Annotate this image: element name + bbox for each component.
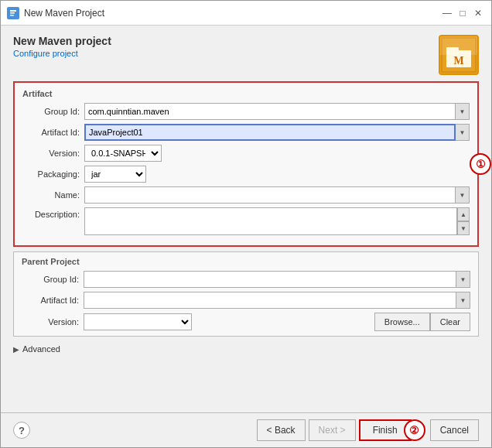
parent-artifact-id-dropdown[interactable]: ▼ [456, 292, 470, 309]
description-row: Description: ▲ ▼ [22, 207, 470, 235]
parent-group-id-dropdown[interactable]: ▼ [456, 271, 470, 288]
clear-button[interactable]: Clear [430, 313, 470, 331]
window-title: New Maven Project [24, 8, 436, 19]
artifact-id-row: Artifact Id: ▼ [22, 124, 470, 141]
svg-rect-3 [10, 15, 14, 16]
svg-rect-7 [446, 47, 459, 52]
help-button[interactable]: ? [13, 422, 30, 439]
minimize-button[interactable]: — [440, 6, 454, 20]
parent-section: Parent Project Group Id: ▼ Artifact Id: … [13, 251, 479, 337]
parent-artifact-id-row: Artifact Id: ▼ [22, 292, 470, 309]
page-title: New Maven project [13, 35, 439, 47]
scroll-down-btn[interactable]: ▼ [457, 221, 470, 235]
parent-section-label: Parent Project [22, 257, 470, 266]
parent-group-id-container: ▼ [84, 271, 470, 288]
window-controls: — □ ✕ [440, 6, 485, 20]
description-scrollbar: ▲ ▼ [457, 207, 470, 235]
content-area: New Maven project Configure project M Ar… [1, 26, 491, 412]
bottom-bar: ? < Back Next > Finish ② Cancel [1, 412, 491, 447]
artifact-id-label: Artifact Id: [22, 128, 84, 137]
parent-artifact-id-input[interactable] [84, 292, 456, 309]
artifact-id-container: ▼ [84, 124, 470, 141]
artifact-id-dropdown[interactable]: ▼ [456, 124, 470, 141]
name-input[interactable] [84, 186, 456, 203]
badge-1: ① [470, 153, 491, 175]
svg-rect-2 [10, 12, 15, 14]
description-label: Description: [22, 210, 84, 219]
svg-text:M: M [453, 55, 463, 67]
version-row: Version: 0.0.1-SNAPSHOT [22, 145, 470, 162]
maven-logo: M [439, 35, 479, 75]
parent-version-row: Version: Browse... Clear [22, 313, 470, 331]
artifact-section: Artifact Group Id: ▼ Artifact Id: ▼ Ver [13, 81, 479, 247]
group-id-input[interactable] [84, 103, 456, 120]
description-input[interactable] [84, 207, 457, 235]
main-window: New Maven Project — □ ✕ New Maven projec… [0, 0, 492, 448]
description-container: ▲ ▼ [84, 207, 470, 235]
packaging-select[interactable]: jar war pom [84, 166, 146, 183]
name-dropdown[interactable]: ▼ [456, 186, 470, 203]
header-text: New Maven project Configure project [13, 35, 439, 66]
artifact-id-input[interactable] [84, 124, 456, 141]
packaging-label: Packaging: [22, 169, 84, 179]
name-label: Name: [22, 190, 84, 200]
badge-2: ② [404, 419, 425, 441]
browse-button[interactable]: Browse... [374, 313, 430, 331]
version-label: Version: [22, 149, 84, 158]
maximize-button[interactable]: □ [456, 6, 470, 20]
version-select[interactable]: 0.0.1-SNAPSHOT [84, 145, 162, 162]
packaging-row: Packaging: jar war pom [22, 166, 470, 183]
back-button[interactable]: < Back [257, 419, 306, 441]
page-header: New Maven project Configure project M [13, 35, 479, 75]
parent-version-select[interactable] [84, 313, 192, 330]
group-id-row: Group Id: ▼ [22, 103, 470, 120]
page-subtitle: Configure project [13, 49, 439, 58]
parent-group-id-row: Group Id: ▼ [22, 271, 470, 288]
group-id-container: ▼ [84, 103, 470, 120]
title-bar: New Maven Project — □ ✕ [1, 1, 491, 26]
advanced-label: Advanced [22, 344, 60, 354]
artifact-section-label: Artifact [22, 89, 470, 98]
parent-version-label: Version: [22, 317, 84, 327]
parent-group-id-label: Group Id: [22, 275, 84, 284]
name-container: ▼ [84, 186, 470, 203]
cancel-button[interactable]: Cancel [430, 419, 479, 441]
parent-artifact-id-label: Artifact Id: [22, 296, 84, 305]
group-id-dropdown[interactable]: ▼ [456, 103, 470, 120]
group-id-label: Group Id: [22, 107, 84, 116]
name-row: Name: ▼ [22, 186, 470, 203]
svg-rect-1 [10, 10, 16, 12]
scroll-up-btn[interactable]: ▲ [457, 207, 470, 221]
advanced-row[interactable]: ▶ Advanced [13, 341, 479, 357]
parent-artifact-id-container: ▼ [84, 292, 470, 309]
finish-container: Finish ② [359, 419, 412, 441]
window-icon [7, 7, 19, 19]
close-button[interactable]: ✕ [471, 6, 485, 20]
advanced-arrow-icon: ▶ [13, 345, 19, 354]
bottom-buttons: < Back Next > Finish ② Cancel [257, 419, 479, 441]
parent-group-id-input[interactable] [84, 271, 456, 288]
next-button[interactable]: Next > [309, 419, 356, 441]
